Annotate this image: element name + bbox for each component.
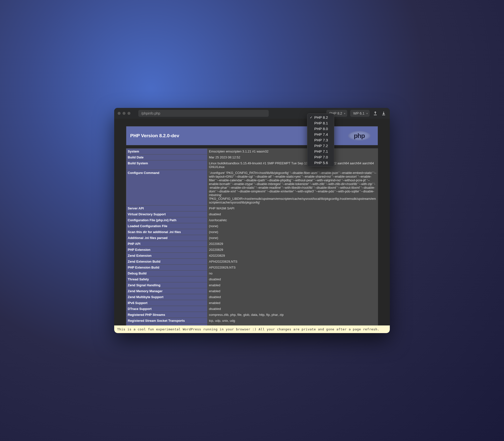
table-value: API20220829,NTS: [207, 265, 378, 271]
table-key: DTrace Support: [126, 306, 207, 312]
table-key: System: [126, 149, 207, 154]
php-version-option-label: PHP 5.6: [314, 161, 328, 165]
php-version-option[interactable]: ✓PHP 7.1: [307, 149, 334, 154]
php-version-option-label: PHP 7.4: [314, 132, 328, 136]
chevron-down-icon: ▾: [366, 112, 368, 115]
table-row: Virtual Directory Supportdisabled: [126, 211, 378, 217]
url-bar[interactable]: /phpinfo.php: [138, 110, 269, 117]
php-version-option[interactable]: ✓PHP 8.2: [307, 115, 334, 120]
table-row: Registered Stream Socket Transportstcp, …: [126, 318, 378, 324]
table-value: enabled: [207, 288, 378, 294]
table-key: Zend Extension: [126, 253, 207, 259]
php-version-option[interactable]: ✓PHP 8.1: [307, 120, 334, 126]
table-row: Server APIPHP WASM SAPI: [126, 205, 378, 211]
minimize-window-button[interactable]: [123, 112, 126, 115]
table-row: Zend Extension BuildAPI420220829,NTS: [126, 259, 378, 265]
page-title: PHP Version 8.2.0-dev: [130, 133, 179, 138]
table-row: PHP Extension BuildAPI20220829,NTS: [126, 265, 378, 271]
download-icon[interactable]: [381, 111, 386, 116]
table-value: (none): [207, 235, 378, 241]
table-value: API420220829,NTS: [207, 259, 378, 265]
table-value: './configure' 'PKG_CONFIG_PATH=/root/lib…: [207, 170, 378, 205]
table-row: Zend Signal Handlingenabled: [126, 282, 378, 288]
table-value: (none): [207, 223, 378, 229]
table-value: Mar 25 2023 08:12:52: [207, 154, 378, 160]
chevron-down-icon: ▾: [344, 112, 345, 115]
toolbar-right: PHP 8.2 ▾ WP 6.1 ▾: [326, 110, 386, 117]
php-version-dropdown[interactable]: ✓PHP 8.2✓PHP 8.1✓PHP 8.0✓PHP 7.4✓PHP 7.3…: [307, 113, 334, 167]
upload-icon[interactable]: [373, 111, 378, 116]
titlebar: /phpinfo.php PHP 8.2 ▾ WP 6.1 ▾: [114, 108, 390, 119]
table-key: Configure Command: [126, 170, 207, 205]
php-version-option-label: PHP 7.1: [314, 149, 328, 153]
php-version-option[interactable]: ✓PHP 7.4: [307, 132, 334, 137]
table-key: Scan this dir for additional .ini files: [126, 229, 207, 235]
info-banner-text: This is a cool fun experimental WordPres…: [117, 327, 379, 331]
table-key: Build Date: [126, 154, 207, 160]
php-version-option[interactable]: ✓PHP 8.0: [307, 126, 334, 132]
table-key: Server API: [126, 205, 207, 211]
table-key: Virtual Directory Support: [126, 211, 207, 217]
table-row: Thread Safetydisabled: [126, 276, 378, 282]
table-row: Additional .ini files parsed(none): [126, 235, 378, 241]
app-window: /phpinfo.php PHP 8.2 ▾ WP 6.1 ▾ ✓PHP 8.2…: [114, 108, 390, 333]
table-row: Zend Memory Managerenabled: [126, 288, 378, 294]
table-key: PHP API: [126, 241, 207, 247]
window-controls: [118, 112, 130, 115]
table-key: Thread Safety: [126, 276, 207, 282]
table-value: enabled: [207, 282, 378, 288]
table-row: Scan this dir for additional .ini files(…: [126, 229, 378, 235]
table-key: Zend Signal Handling: [126, 282, 207, 288]
php-version-option[interactable]: ✓PHP 7.0: [307, 154, 334, 160]
table-key: Registered Stream Socket Transports: [126, 318, 207, 324]
table-value: disabled: [207, 211, 378, 217]
table-value: no: [207, 271, 378, 276]
close-window-button[interactable]: [118, 112, 121, 115]
table-value: tcp, udp, unix, udg: [207, 318, 378, 324]
table-key: Registered PHP Streams: [126, 312, 207, 318]
table-value: disabled: [207, 276, 378, 282]
table-value: 20220829: [207, 247, 378, 253]
table-key: Zend Extension Build: [126, 259, 207, 265]
php-logo-text: php: [354, 132, 365, 140]
table-value: 420220829: [207, 253, 378, 259]
php-version-option-label: PHP 8.2: [314, 115, 328, 119]
php-version-option[interactable]: ✓PHP 7.2: [307, 143, 334, 149]
maximize-window-button[interactable]: [127, 112, 130, 115]
php-version-option[interactable]: ✓PHP 5.6: [307, 160, 334, 166]
table-row: Zend Extension420220829: [126, 253, 378, 259]
wp-version-select[interactable]: WP 6.1 ▾: [350, 110, 370, 117]
table-row: Configure Command'./configure' 'PKG_CONF…: [126, 170, 378, 205]
php-logo: php: [345, 128, 374, 143]
url-text: /phpinfo.php: [141, 111, 160, 115]
wp-version-label: WP 6.1: [353, 111, 364, 115]
table-row: SystemEmscripten emscripten 3.1.21 #1 wa…: [126, 149, 378, 154]
table-value: disabled: [207, 306, 378, 312]
php-version-option[interactable]: ✓PHP 7.3: [307, 137, 334, 143]
phpinfo-table: SystemEmscripten emscripten 3.1.21 #1 wa…: [126, 148, 378, 330]
table-row: DTrace Supportdisabled: [126, 306, 378, 312]
table-key: IPv6 Support: [126, 300, 207, 306]
info-banner: This is a cool fun experimental WordPres…: [114, 325, 390, 333]
table-value: enabled: [207, 300, 378, 306]
table-value: Emscripten emscripten 3.1.21 #1 wasm32: [207, 149, 378, 154]
table-value: compress.zlib, php, file, glob, data, ht…: [207, 312, 378, 318]
table-row: Registered PHP Streamscompress.zlib, php…: [126, 312, 378, 318]
table-row: Zend Multibyte Supportdisabled: [126, 294, 378, 300]
table-row: Build DateMar 25 2023 08:12:52: [126, 154, 378, 160]
table-value: PHP WASM SAPI: [207, 205, 378, 211]
content-area: PHP Version 8.2.0-dev php SystemEmscript…: [114, 119, 390, 333]
php-version-option-label: PHP 7.3: [314, 138, 328, 142]
php-version-option-label: PHP 7.0: [314, 155, 328, 159]
table-row: Debug Buildno: [126, 271, 378, 276]
table-value: Linux buildkitsandbox 5.15.49-linuxkit #…: [207, 160, 378, 170]
php-version-option-label: PHP 8.1: [314, 121, 328, 125]
table-key: Additional .ini files parsed: [126, 235, 207, 241]
table-row: Configuration File (php.ini) Path/usr/lo…: [126, 217, 378, 223]
check-icon: ✓: [309, 116, 313, 119]
table-key: Zend Multibyte Support: [126, 294, 207, 300]
table-key: Build System: [126, 160, 207, 170]
table-row: IPv6 Supportenabled: [126, 300, 378, 306]
table-row: Loaded Configuration File(none): [126, 223, 378, 229]
table-value: /usr/local/etc: [207, 217, 378, 223]
